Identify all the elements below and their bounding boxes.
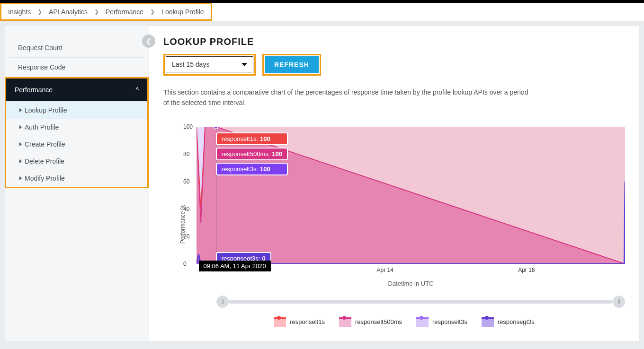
breadcrumb-api-analytics[interactable]: API Analytics (49, 8, 88, 16)
legend-item-responselt500ms[interactable]: responselt500ms (339, 317, 402, 327)
breadcrumb-performance[interactable]: Performance (106, 8, 143, 16)
y-tick: 100 (183, 123, 193, 130)
tooltip-responselt3s: responselt3s: 100 (216, 163, 288, 175)
dropdown-caret-icon (242, 63, 247, 66)
slider-track[interactable] (229, 300, 613, 304)
main-layout: ❮ Request Count Response Code Performanc… (5, 26, 639, 341)
chevron-right-icon: ❯ (37, 9, 42, 15)
slider-handle-left[interactable]: || (216, 296, 229, 308)
tooltip-responselt500ms: responselt500ms: 100 (216, 148, 288, 160)
sidebar-performance-children: Lookup Profile Auth Profile Create Profi… (5, 102, 149, 188)
slider-handle-right[interactable]: || (613, 296, 625, 308)
legend-item-responsegt3s[interactable]: responsegt3s (482, 317, 535, 327)
legend-swatch-icon (482, 317, 494, 327)
sidebar-item-response-code[interactable]: Response Code (9, 58, 144, 77)
breadcrumb-insights[interactable]: Insights (8, 8, 31, 16)
caret-right-icon (19, 176, 22, 180)
chart-area: Performance % responselt1s: 100responsel… (163, 122, 625, 327)
legend-swatch-icon (274, 317, 286, 327)
time-range-value: Last 15 days (172, 61, 209, 68)
legend-swatch-icon (339, 317, 351, 327)
legend-label: responselt500ms (355, 318, 402, 325)
breadcrumb-row: Insights ❯ API Analytics ❯ Performance ❯… (0, 3, 644, 21)
main-panel: LOOKUP PROFILE Last 15 days REFRESH This… (149, 26, 639, 341)
time-select-highlight: Last 15 days (163, 54, 256, 76)
plot[interactable]: responselt1s: 100responselt500ms: 100res… (197, 127, 625, 264)
x-axis-label: Datetime in UTC (197, 280, 625, 287)
chart-legend: responselt1sresponselt500msresponselt3sr… (183, 317, 625, 327)
tooltip-time: 09:06 AM, 11 Apr 2020 (199, 261, 271, 271)
section-description: This section contains a comparative char… (163, 87, 533, 108)
sidebar-item-label: Performance (15, 86, 53, 94)
page-title: LOOKUP PROFILE (163, 36, 625, 47)
x-tick: Apr 16 (518, 267, 535, 273)
sidebar-child-label: Modify Profile (25, 174, 65, 182)
sidebar-child-label: Lookup Profile (25, 106, 67, 114)
legend-label: responselt1s (290, 318, 325, 325)
breadcrumb: Insights ❯ API Analytics ❯ Performance ❯… (0, 3, 212, 21)
y-tick: 20 (183, 233, 189, 240)
sidebar-item-performance[interactable]: Performance ^ (6, 79, 147, 102)
y-tick: 80 (183, 151, 189, 157)
sidebar-child-label: Auth Profile (25, 123, 59, 131)
y-tick: 0 (183, 261, 187, 267)
sidebar-child-label: Delete Profile (25, 157, 64, 165)
legend-swatch-icon (416, 317, 429, 327)
legend-label: responselt3s (432, 318, 467, 325)
legend-label: responsegt3s (498, 318, 535, 325)
sidebar-child-delete-profile[interactable]: Delete Profile (6, 153, 147, 170)
sidebar-performance-highlight: Performance ^ (5, 77, 149, 102)
chevron-right-icon: ❯ (150, 9, 155, 15)
tooltip-responselt1s: responselt1s: 100 (216, 132, 288, 145)
sidebar-child-lookup-profile[interactable]: Lookup Profile (6, 102, 147, 119)
time-slider: || || (216, 296, 625, 308)
time-range-select[interactable]: Last 15 days (166, 56, 253, 72)
legend-item-responselt3s[interactable]: responselt3s (416, 317, 467, 327)
x-tick: Apr 14 (377, 267, 394, 273)
sidebar-child-modify-profile[interactable]: Modify Profile (6, 170, 147, 187)
legend-item-responselt1s[interactable]: responselt1s (274, 317, 325, 327)
caret-right-icon (19, 159, 22, 163)
collapse-sidebar-icon[interactable]: ❮ (142, 35, 155, 48)
chart-container: Performance % responselt1s: 100responsel… (163, 118, 625, 327)
refresh-highlight: REFRESH (262, 54, 321, 76)
y-tick: 40 (183, 206, 189, 212)
caret-right-icon (19, 108, 22, 112)
sidebar-item-request-count[interactable]: Request Count (9, 38, 144, 58)
caret-right-icon (19, 125, 22, 129)
sidebar-child-label: Create Profile (25, 140, 65, 148)
tooltip-stack: responselt1s: 100responselt500ms: 100res… (216, 132, 288, 175)
chevron-right-icon: ❯ (94, 9, 99, 15)
sidebar-child-auth-profile[interactable]: Auth Profile (6, 119, 147, 136)
y-tick: 60 (183, 178, 189, 185)
sidebar-child-create-profile[interactable]: Create Profile (6, 136, 147, 153)
controls-row: Last 15 days REFRESH (163, 54, 625, 76)
chevron-up-icon: ^ (135, 86, 139, 94)
breadcrumb-lookup-profile[interactable]: Lookup Profile (161, 8, 204, 16)
refresh-button[interactable]: REFRESH (265, 56, 319, 73)
sidebar: ❮ Request Count Response Code Performanc… (5, 26, 149, 341)
caret-right-icon (19, 142, 22, 146)
